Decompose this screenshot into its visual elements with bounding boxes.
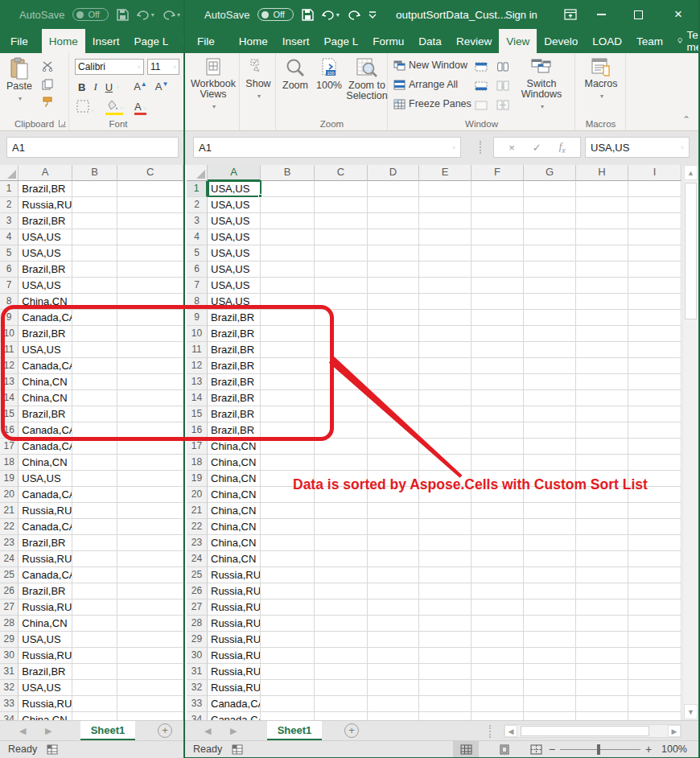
cell-A3[interactable]: Brazil,BR — [19, 213, 72, 229]
cell-E6[interactable] — [419, 262, 471, 278]
cell-D15[interactable] — [368, 406, 419, 422]
cell-D13[interactable] — [368, 374, 419, 390]
cell-B33[interactable] — [72, 696, 118, 712]
cell-E11[interactable] — [419, 342, 471, 358]
cell-B30[interactable] — [261, 648, 315, 664]
column-header-A[interactable]: A — [19, 165, 72, 181]
cell-B12[interactable] — [72, 358, 118, 374]
cell-C34[interactable] — [315, 712, 368, 720]
cell-G23[interactable] — [524, 535, 576, 551]
cell-G33[interactable] — [524, 696, 576, 712]
cell-H7[interactable] — [576, 278, 628, 294]
cell-F3[interactable] — [471, 213, 524, 229]
cell-E8[interactable] — [419, 294, 471, 310]
cell-I17[interactable] — [628, 439, 681, 455]
cell-A6[interactable]: USA,US — [208, 262, 261, 278]
cell-C17[interactable] — [117, 439, 183, 455]
cell-I9[interactable] — [628, 310, 681, 326]
cell-C27[interactable] — [117, 599, 183, 616]
row-header-16[interactable]: 16 — [0, 422, 19, 439]
cell-B27[interactable] — [72, 599, 118, 616]
cell-A10[interactable]: Brazil,BR — [19, 326, 72, 342]
cell-I1[interactable] — [628, 181, 681, 197]
row-header-23[interactable]: 23 — [187, 535, 208, 551]
cell-B26[interactable] — [72, 583, 118, 599]
cell-H16[interactable] — [576, 422, 628, 439]
cell-C20[interactable] — [117, 487, 183, 503]
cell-G25[interactable] — [524, 567, 576, 583]
cell-F24[interactable] — [471, 551, 524, 567]
cell-A20[interactable]: Canada,CA — [19, 487, 72, 503]
row-header-2[interactable]: 2 — [187, 197, 208, 213]
cell-D17[interactable] — [368, 439, 419, 455]
insert-function-icon[interactable]: fx — [559, 140, 566, 154]
cell-H27[interactable] — [576, 599, 628, 616]
cell-B4[interactable] — [72, 229, 118, 245]
cell-C6[interactable] — [117, 262, 183, 278]
cell-C32[interactable] — [315, 680, 368, 696]
cell-A8[interactable]: USA,US — [208, 294, 261, 310]
minimize-button[interactable] — [587, 0, 615, 29]
name-box[interactable]: A1 — [6, 137, 179, 158]
cell-I26[interactable] — [628, 583, 681, 599]
cell-E1[interactable] — [419, 181, 471, 197]
cell-F15[interactable] — [471, 406, 524, 422]
cell-D12[interactable] — [368, 358, 419, 374]
cell-F22[interactable] — [471, 519, 524, 535]
cell-G30[interactable] — [524, 648, 576, 664]
row-header-4[interactable]: 4 — [187, 229, 208, 245]
hscrollbar-thumb[interactable] — [521, 726, 649, 736]
cell-D24[interactable] — [368, 551, 419, 567]
cell-A34[interactable]: Canada,CA — [208, 712, 261, 720]
formula-bar-resizer[interactable] — [480, 141, 481, 154]
cell-I6[interactable] — [628, 262, 681, 278]
cell-C7[interactable] — [117, 278, 183, 294]
cell-E17[interactable] — [419, 439, 471, 455]
cell-E5[interactable] — [419, 245, 471, 262]
cell-I28[interactable] — [628, 616, 681, 632]
cell-F20[interactable] — [471, 487, 524, 503]
cell-I10[interactable] — [628, 326, 681, 342]
row-header-5[interactable]: 5 — [187, 245, 208, 262]
cell-A32[interactable]: USA,US — [19, 680, 72, 696]
save-button[interactable] — [117, 9, 129, 21]
cell-A17[interactable]: Canada,CA — [19, 439, 72, 455]
cell-C5[interactable] — [315, 245, 368, 262]
cell-D22[interactable] — [368, 519, 419, 535]
cell-B23[interactable] — [72, 535, 118, 551]
cell-C9[interactable] — [315, 310, 368, 326]
cell-D28[interactable] — [368, 616, 419, 632]
ribbon-display-options-button[interactable] — [557, 0, 584, 29]
cell-B17[interactable] — [261, 439, 315, 455]
cell-A2[interactable]: USA,US — [208, 197, 261, 213]
tab-pagelayout[interactable]: Page L — [317, 29, 366, 53]
cell-H32[interactable] — [576, 680, 628, 696]
cell-C21[interactable] — [315, 503, 368, 519]
tab-developer[interactable]: Develo — [537, 29, 585, 53]
cell-C3[interactable] — [315, 213, 368, 229]
cell-B22[interactable] — [72, 519, 118, 535]
cell-C18[interactable] — [315, 455, 368, 471]
cell-G20[interactable] — [524, 487, 576, 503]
cell-C24[interactable] — [315, 551, 368, 567]
italic-button[interactable]: I — [93, 80, 97, 93]
cell-B6[interactable] — [261, 262, 315, 278]
cell-B15[interactable] — [72, 406, 118, 422]
cell-B6[interactable] — [72, 262, 118, 278]
column-header-G[interactable]: G — [524, 165, 576, 181]
cell-H11[interactable] — [576, 342, 628, 358]
column-header-A[interactable]: A — [208, 165, 261, 181]
cell-C22[interactable] — [315, 519, 368, 535]
cell-C34[interactable] — [117, 712, 183, 720]
cell-D4[interactable] — [368, 229, 419, 245]
cell-H26[interactable] — [576, 583, 628, 599]
cell-B14[interactable] — [72, 390, 118, 406]
cell-E28[interactable] — [419, 616, 471, 632]
tab-team[interactable]: Team — [629, 29, 670, 53]
row-header-27[interactable]: 27 — [0, 599, 19, 616]
cell-C25[interactable] — [315, 567, 368, 583]
cell-G32[interactable] — [524, 680, 576, 696]
cell-A14[interactable]: China,CN — [19, 390, 72, 406]
row-header-26[interactable]: 26 — [0, 583, 19, 599]
cell-D14[interactable] — [368, 390, 419, 406]
